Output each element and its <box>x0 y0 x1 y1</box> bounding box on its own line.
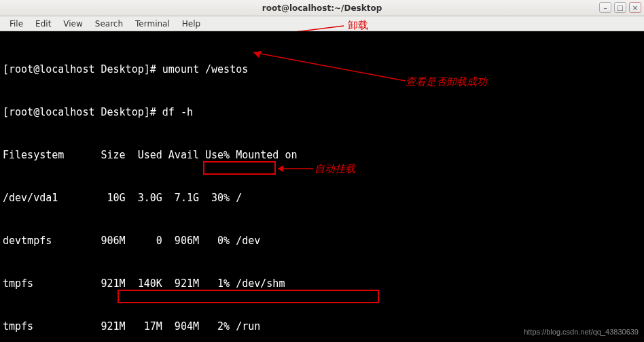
minimize-button[interactable]: – <box>599 2 611 13</box>
svg-marker-3 <box>253 51 262 58</box>
menu-edit[interactable]: Edit <box>30 18 56 30</box>
terminal-line: Filesystem Size Used Avail Use% Mounted … <box>3 148 640 163</box>
terminal-line: [root@localhost Desktop]# umount /westos <box>3 63 640 77</box>
watermark: https://blog.csdn.net/qq_43830639 <box>524 325 639 339</box>
terminal-line: /dev/vda1 10G 3.0G 7.1G 30% / <box>3 191 640 205</box>
terminal-area[interactable]: [root@localhost Desktop]# umount /westos… <box>0 31 644 342</box>
redbox-mount-a <box>203 161 276 175</box>
menu-help[interactable]: Help <box>177 18 206 30</box>
annotation-unload: 卸载 <box>348 19 368 32</box>
menu-search[interactable]: Search <box>90 18 128 30</box>
window-controls: – □ × <box>599 2 641 13</box>
terminal-line: tmpfs 921M 140K 921M 1% /dev/shm <box>3 277 640 291</box>
annotation-check-unload: 查看是否卸载成功 <box>406 75 487 89</box>
terminal-line: devtmpfs 906M 0 906M 0% /dev <box>3 234 640 248</box>
terminal-line: [root@localhost Desktop]# df -h <box>3 105 640 120</box>
window-title: root@localhost:~/Desktop <box>0 3 644 13</box>
annotation-arrow-automount <box>275 162 316 174</box>
titlebar: root@localhost:~/Desktop – □ × <box>0 0 644 16</box>
svg-marker-5 <box>278 165 283 172</box>
menu-file[interactable]: File <box>4 18 29 30</box>
menu-terminal[interactable]: Terminal <box>130 18 175 30</box>
redbox-westos-row <box>118 290 379 303</box>
close-button[interactable]: × <box>629 2 641 13</box>
annotation-auto-mount: 自动挂载 <box>315 162 355 176</box>
menubar: File Edit View Search Terminal Help 卸载 <box>0 16 644 31</box>
menu-view[interactable]: View <box>58 18 88 30</box>
maximize-button[interactable]: □ <box>614 2 626 13</box>
